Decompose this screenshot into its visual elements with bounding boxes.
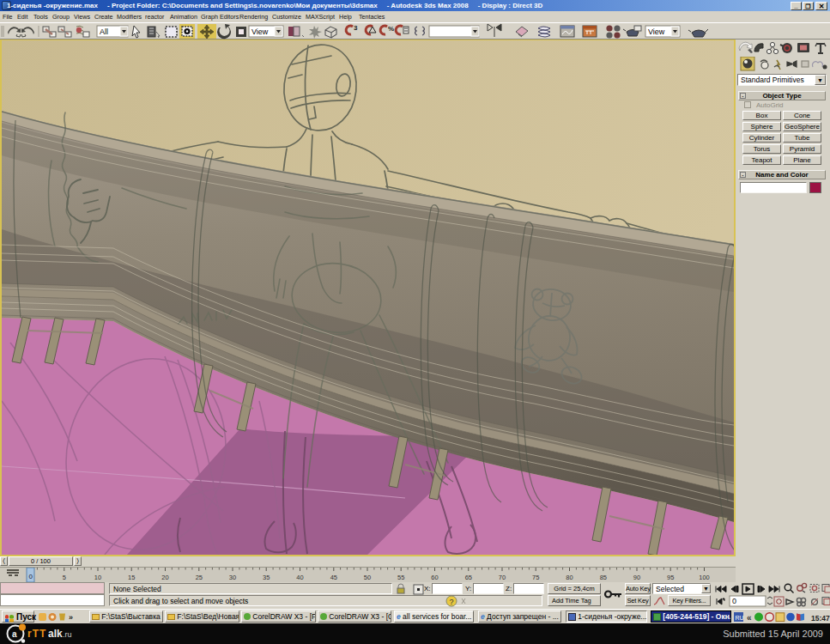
svg-text:55: 55	[397, 574, 404, 581]
svg-text:?: ?	[450, 598, 454, 606]
svg-text:60: 60	[431, 574, 438, 581]
svg-text:35: 35	[263, 574, 270, 581]
svg-text:15: 15	[128, 574, 135, 581]
svg-text:«: «	[747, 613, 752, 623]
svg-text:a: a	[12, 629, 17, 639]
svg-text:All: All	[100, 27, 108, 36]
svg-text:»: »	[69, 613, 73, 622]
svg-text:RU: RU	[736, 615, 744, 621]
svg-text:40: 40	[296, 574, 303, 581]
svg-text:75: 75	[532, 574, 539, 581]
svg-text:View: View	[251, 27, 269, 36]
svg-text:%: %	[388, 25, 394, 33]
svg-text:90: 90	[633, 574, 640, 581]
svg-text:10: 10	[94, 574, 101, 581]
svg-text:95: 95	[667, 574, 674, 581]
svg-text:80: 80	[566, 574, 573, 581]
svg-text:45: 45	[330, 574, 337, 581]
svg-text:85: 85	[600, 574, 607, 581]
svg-text:65: 65	[465, 574, 472, 581]
svg-text:30: 30	[229, 574, 236, 581]
svg-text:0: 0	[732, 597, 736, 605]
svg-text:3: 3	[354, 24, 358, 32]
svg-text:rTT: rTT	[27, 628, 46, 640]
svg-text:0: 0	[29, 573, 33, 580]
svg-text:5: 5	[63, 574, 66, 581]
svg-text:70: 70	[499, 574, 506, 581]
svg-text:25: 25	[196, 574, 203, 581]
svg-text:15:47: 15:47	[811, 614, 830, 623]
svg-text:View: View	[648, 27, 665, 36]
svg-text:20: 20	[161, 574, 168, 581]
svg-text:50: 50	[364, 574, 371, 581]
svg-text:100: 100	[699, 574, 710, 581]
svg-text:.ru: .ru	[63, 630, 72, 639]
svg-text:alk: alk	[48, 628, 63, 640]
